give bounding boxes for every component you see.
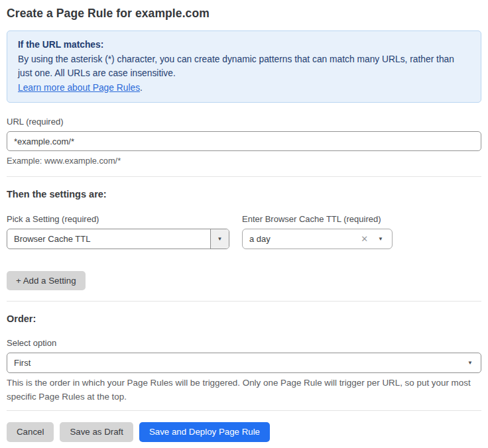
learn-more-link[interactable]: Learn more about Page Rules xyxy=(18,83,140,93)
chevron-down-icon: ▼ xyxy=(217,237,223,242)
order-section-heading: Order: xyxy=(7,313,481,324)
ttl-picker-dropdown[interactable]: a day ✕ ▼ xyxy=(242,229,393,249)
info-box-body: By using the asterisk (*) character, you… xyxy=(18,52,470,81)
divider-settings-order xyxy=(7,301,481,302)
cancel-button[interactable]: Cancel xyxy=(7,422,54,441)
ttl-picker-label: Enter Browser Cache TTL (required) xyxy=(242,214,393,224)
divider-url-settings xyxy=(7,176,481,177)
order-helper-text: This is the order in which your Page Rul… xyxy=(7,376,481,404)
divider-footer xyxy=(7,410,481,411)
url-example-helper: Example: www.example.com/* xyxy=(7,156,481,166)
save-as-draft-button[interactable]: Save as Draft xyxy=(60,422,133,441)
url-field-label: URL (required) xyxy=(7,117,481,127)
order-select-value: First xyxy=(14,358,30,368)
info-box-heading: If the URL matches: xyxy=(18,38,470,52)
setting-picker-label: Pick a Setting (required) xyxy=(7,214,229,224)
settings-row: Pick a Setting (required) Browser Cache … xyxy=(7,199,481,249)
footer-buttons: Cancel Save as Draft Save and Deploy Pag… xyxy=(7,422,481,441)
clear-icon[interactable]: ✕ xyxy=(361,235,368,243)
save-and-deploy-button[interactable]: Save and Deploy Page Rule xyxy=(139,422,270,441)
ttl-picker-icons: ✕ ▼ xyxy=(361,235,392,243)
order-select[interactable]: First ▼ xyxy=(7,353,481,373)
url-input[interactable] xyxy=(7,131,481,151)
page-rule-form: Create a Page Rule for example.com If th… xyxy=(0,0,488,448)
setting-picker-dropdown[interactable]: Browser Cache TTL ▼ xyxy=(7,229,229,249)
settings-section-heading: Then the settings are: xyxy=(7,189,481,199)
ttl-picker-value: a day xyxy=(243,234,361,244)
chevron-down-icon[interactable]: ▼ xyxy=(378,237,383,242)
setting-picker-arrow-segment[interactable]: ▼ xyxy=(210,229,229,249)
url-match-info-box: If the URL matches: By using the asteris… xyxy=(7,30,481,103)
setting-picker-column: Pick a Setting (required) Browser Cache … xyxy=(7,199,229,249)
add-setting-button[interactable]: + Add a Setting xyxy=(7,271,86,290)
info-box-link-line: Learn more about Page Rules. xyxy=(18,81,470,95)
order-select-label: Select option xyxy=(7,338,481,348)
page-title: Create a Page Rule for example.com xyxy=(7,7,481,21)
chevron-down-icon: ▼ xyxy=(467,361,473,366)
setting-picker-value: Browser Cache TTL xyxy=(7,234,210,244)
link-period: . xyxy=(140,83,143,93)
ttl-picker-column: Enter Browser Cache TTL (required) a day… xyxy=(242,199,393,249)
